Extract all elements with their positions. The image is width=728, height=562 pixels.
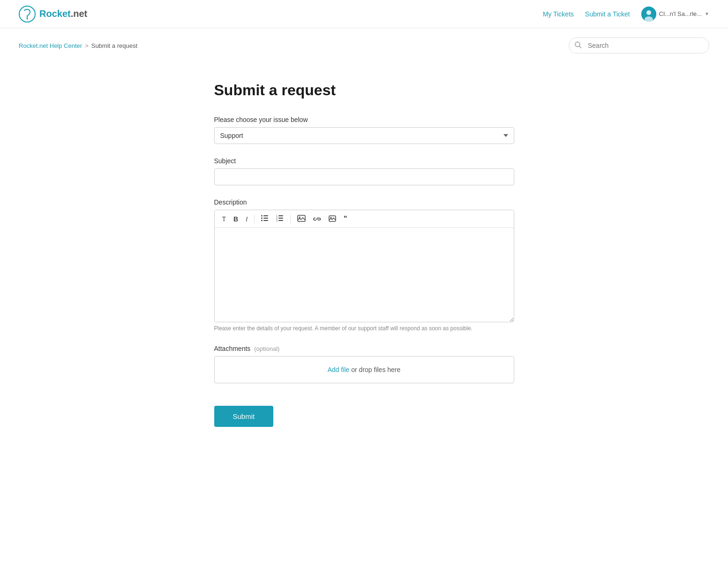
submit-ticket-link[interactable]: Submit a Ticket xyxy=(585,10,630,18)
svg-rect-12 xyxy=(263,220,268,221)
toolbar-ordered-list-button[interactable]: 1. 2. 3. xyxy=(273,213,286,225)
toolbar-text-button[interactable]: T xyxy=(219,214,229,224)
breadcrumb: Rocket.net Help Center > Submit a reques… xyxy=(19,42,137,49)
svg-point-3 xyxy=(646,10,651,15)
site-header: Rocket.net My Tickets Submit a Ticket Cl… xyxy=(0,0,728,28)
svg-point-1 xyxy=(27,18,28,19)
svg-text:3.: 3. xyxy=(276,219,278,221)
breadcrumb-current: Submit a request xyxy=(91,42,137,49)
nav-right: My Tickets Submit a Ticket Cl...n'l Sa..… xyxy=(543,7,709,22)
search-input[interactable] xyxy=(569,38,709,53)
main-content: Submit a request Please choose your issu… xyxy=(195,63,533,464)
my-tickets-link[interactable]: My Tickets xyxy=(543,10,574,18)
description-label: Description xyxy=(214,198,514,206)
description-hint: Please enter the details of your request… xyxy=(214,325,514,332)
svg-point-0 xyxy=(19,6,35,22)
subject-input[interactable] xyxy=(214,168,514,185)
svg-rect-19 xyxy=(298,215,305,221)
svg-rect-10 xyxy=(263,218,268,219)
toolbar-link-button[interactable] xyxy=(310,214,324,224)
search-icon xyxy=(574,41,582,50)
logo[interactable]: Rocket.net xyxy=(19,6,87,23)
submit-button[interactable]: Submit xyxy=(214,406,274,427)
breadcrumb-separator: > xyxy=(85,42,89,49)
svg-point-9 xyxy=(261,218,263,219)
logo-text: Rocket.net xyxy=(39,8,87,19)
editor-wrapper: T B I 1. xyxy=(214,210,514,322)
svg-rect-16 xyxy=(278,218,283,219)
svg-rect-8 xyxy=(263,215,268,216)
attachments-label: Attachments (optional) xyxy=(214,345,514,352)
editor-toolbar: T B I 1. xyxy=(215,210,514,228)
issue-select[interactable]: Support Billing Technical Issue Other xyxy=(214,127,514,144)
user-menu[interactable]: Cl...n'l Sa...rle... ▼ xyxy=(641,7,709,22)
svg-line-6 xyxy=(579,46,581,48)
subject-label: Subject xyxy=(214,157,514,165)
toolbar-italic-button[interactable]: I xyxy=(243,214,250,224)
sub-header: Rocket.net Help Center > Submit a reques… xyxy=(0,28,728,63)
svg-rect-14 xyxy=(278,215,283,216)
attachments-dropzone[interactable]: Add file or drop files here xyxy=(214,356,514,383)
toolbar-quote-button[interactable]: " xyxy=(341,213,350,225)
toolbar-separator-1 xyxy=(254,215,255,223)
svg-point-20 xyxy=(299,217,300,218)
avatar xyxy=(641,7,656,22)
issue-section: Please choose your issue below Support B… xyxy=(214,116,514,144)
svg-point-7 xyxy=(261,215,263,217)
toolbar-inline-image-button[interactable] xyxy=(326,213,339,225)
toolbar-bold-button[interactable]: B xyxy=(231,214,241,224)
search-container xyxy=(569,38,709,53)
attachments-optional: (optional) xyxy=(254,345,279,352)
subject-section: Subject xyxy=(214,157,514,185)
attachments-section: Attachments (optional) Add file or drop … xyxy=(214,345,514,383)
issue-label: Please choose your issue below xyxy=(214,116,514,123)
user-name: Cl...n'l Sa...rle... xyxy=(659,10,702,17)
add-file-link[interactable]: Add file xyxy=(328,366,350,373)
chevron-down-icon: ▼ xyxy=(705,11,709,16)
svg-point-11 xyxy=(261,220,263,221)
page-title: Submit a request xyxy=(214,82,514,99)
toolbar-separator-2 xyxy=(290,215,291,223)
svg-rect-18 xyxy=(278,220,283,221)
logo-icon xyxy=(19,6,36,23)
toolbar-image-upload-button[interactable] xyxy=(294,213,308,225)
breadcrumb-home[interactable]: Rocket.net Help Center xyxy=(19,42,82,49)
description-section: Description T B I xyxy=(214,198,514,332)
description-textarea[interactable] xyxy=(215,228,514,322)
drop-files-text: or drop files here xyxy=(349,366,400,373)
toolbar-unordered-list-button[interactable] xyxy=(258,213,271,225)
